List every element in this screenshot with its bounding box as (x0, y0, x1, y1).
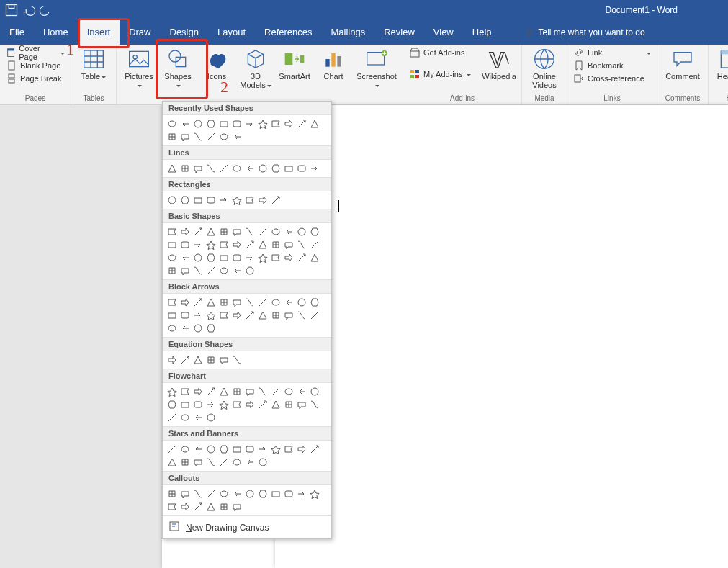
shape-item[interactable] (295, 309, 308, 322)
save-icon[interactable] (4, 3, 19, 17)
shape-item[interactable] (308, 487, 321, 500)
shape-item[interactable] (166, 353, 179, 366)
shape-item[interactable] (205, 225, 217, 238)
shape-item[interactable] (243, 238, 256, 251)
icons-button[interactable]: Icons (199, 46, 235, 91)
shape-item[interactable] (230, 238, 243, 251)
shape-item[interactable] (308, 162, 321, 175)
shape-item[interactable] (269, 385, 282, 398)
shapes-button[interactable]: Shapes (160, 46, 196, 91)
tab-references[interactable]: References (255, 20, 321, 45)
redo-icon[interactable] (39, 3, 53, 17)
shape-item[interactable] (282, 296, 295, 309)
new-drawing-canvas[interactable]: New Drawing Canvas (163, 515, 331, 538)
shape-item[interactable] (230, 194, 243, 207)
shape-item[interactable] (256, 443, 269, 456)
shape-item[interactable] (217, 225, 230, 238)
shape-item[interactable] (205, 500, 217, 513)
shape-item[interactable] (230, 456, 243, 469)
shape-item[interactable] (269, 487, 282, 500)
screenshot-button[interactable]: Screenshot (354, 46, 399, 91)
shape-item[interactable] (192, 296, 205, 309)
shape-item[interactable] (192, 500, 205, 513)
cross-reference-button[interactable]: Cross-reference (572, 72, 652, 85)
shape-item[interactable] (179, 130, 192, 143)
shape-item[interactable] (205, 385, 217, 398)
shape-item[interactable] (192, 385, 205, 398)
shape-item[interactable] (256, 296, 269, 309)
shape-item[interactable] (217, 162, 230, 175)
shape-item[interactable] (217, 456, 230, 469)
shape-item[interactable] (308, 385, 321, 398)
shape-item[interactable] (295, 487, 308, 500)
shape-item[interactable] (166, 162, 179, 175)
shape-item[interactable] (192, 353, 205, 366)
shape-item[interactable] (192, 117, 205, 130)
shape-item[interactable] (217, 353, 230, 366)
page-break-button[interactable]: Page Break (4, 72, 66, 85)
shape-item[interactable] (179, 456, 192, 469)
shape-item[interactable] (192, 251, 205, 264)
shape-item[interactable] (205, 443, 217, 456)
shape-item[interactable] (205, 398, 217, 411)
shape-item[interactable] (205, 322, 217, 335)
shape-item[interactable] (192, 456, 205, 469)
shape-item[interactable] (269, 398, 282, 411)
chart-button[interactable]: Chart (315, 46, 351, 91)
shape-item[interactable] (217, 443, 230, 456)
shape-item[interactable] (256, 487, 269, 500)
shape-item[interactable] (166, 296, 179, 309)
shape-item[interactable] (217, 117, 230, 130)
shape-item[interactable] (217, 238, 230, 251)
shape-item[interactable] (205, 296, 217, 309)
shape-item[interactable] (192, 238, 205, 251)
shape-item[interactable] (192, 309, 205, 322)
tell-me[interactable]: Tell me what you want to do (524, 20, 645, 45)
header-button[interactable]: Heade (713, 46, 728, 82)
get-addins-button[interactable]: Get Add-ins (408, 46, 477, 59)
shape-item[interactable] (217, 264, 230, 277)
shape-item[interactable] (179, 322, 192, 335)
document-page[interactable] (275, 105, 728, 568)
shape-item[interactable] (230, 385, 243, 398)
shape-item[interactable] (192, 443, 205, 456)
tab-help[interactable]: Help (463, 20, 501, 45)
shape-item[interactable] (192, 398, 205, 411)
shape-item[interactable] (256, 398, 269, 411)
shape-item[interactable] (192, 264, 205, 277)
shape-item[interactable] (179, 411, 192, 424)
shape-item[interactable] (308, 251, 321, 264)
shape-item[interactable] (179, 500, 192, 513)
tab-view[interactable]: View (424, 20, 463, 45)
shape-item[interactable] (205, 117, 217, 130)
shape-item[interactable] (230, 398, 243, 411)
shape-item[interactable] (205, 456, 217, 469)
shape-item[interactable] (166, 225, 179, 238)
shape-item[interactable] (282, 398, 295, 411)
shape-item[interactable] (282, 487, 295, 500)
pictures-button[interactable]: Pictures (121, 46, 157, 91)
shape-item[interactable] (230, 296, 243, 309)
shape-item[interactable] (295, 398, 308, 411)
shape-item[interactable] (217, 385, 230, 398)
shape-item[interactable] (166, 251, 179, 264)
shape-item[interactable] (230, 225, 243, 238)
shape-item[interactable] (205, 162, 217, 175)
shape-item[interactable] (230, 353, 243, 366)
shape-item[interactable] (166, 456, 179, 469)
shape-item[interactable] (282, 251, 295, 264)
shape-item[interactable] (243, 251, 256, 264)
shape-item[interactable] (205, 264, 217, 277)
shape-item[interactable] (295, 443, 308, 456)
shape-item[interactable] (308, 309, 321, 322)
comment-button[interactable]: Comment (662, 46, 704, 82)
tab-file[interactable]: File (0, 20, 34, 45)
shape-item[interactable] (179, 117, 192, 130)
shape-item[interactable] (243, 309, 256, 322)
tab-design[interactable]: Design (161, 20, 208, 45)
shape-item[interactable] (282, 309, 295, 322)
shape-item[interactable] (308, 398, 321, 411)
tab-mailings[interactable]: Mailings (322, 20, 375, 45)
shape-item[interactable] (269, 162, 282, 175)
shape-item[interactable] (192, 322, 205, 335)
